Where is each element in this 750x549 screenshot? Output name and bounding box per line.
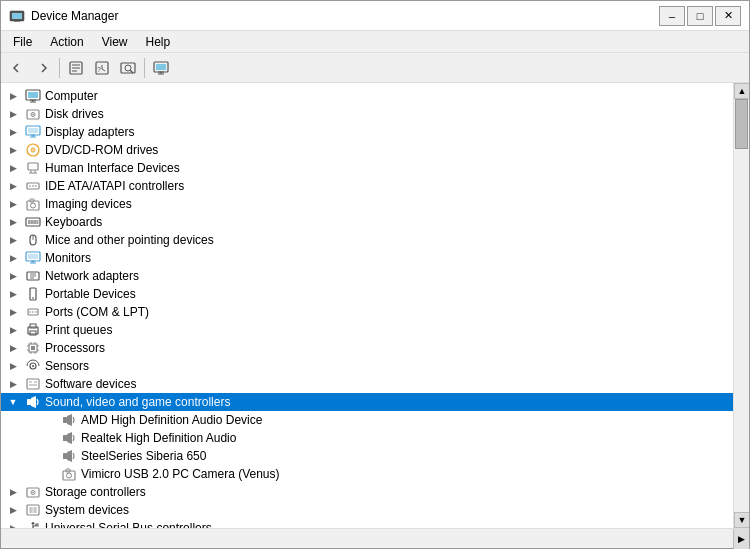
tree-item-ports[interactable]: ▶ Ports (COM & LPT)	[1, 303, 733, 321]
scrollbar-track[interactable]	[734, 99, 749, 512]
software-icon	[25, 376, 41, 392]
expand-software[interactable]: ▶	[5, 376, 21, 392]
sensors-label: Sensors	[45, 359, 89, 373]
keyboard-icon	[25, 214, 41, 230]
forward-icon	[36, 61, 50, 75]
minimize-button[interactable]: –	[659, 6, 685, 26]
tree-item-print[interactable]: ▶ Print queues	[1, 321, 733, 339]
tree-item-computer[interactable]: ▶ Computer	[1, 87, 733, 105]
svg-rect-90	[63, 453, 67, 459]
expand-monitors[interactable]: ▶	[5, 250, 21, 266]
expand-ports[interactable]: ▶	[5, 304, 21, 320]
disk-icon	[25, 106, 41, 122]
tree-item-vimicro[interactable]: ▶ Vimicro USB 2.0 PC Camera (Venus)	[1, 465, 733, 483]
window-title: Device Manager	[31, 9, 118, 23]
expand-system[interactable]: ▶	[5, 502, 21, 518]
expand-mice[interactable]: ▶	[5, 232, 21, 248]
mice-label: Mice and other pointing devices	[45, 233, 214, 247]
tree-item-software[interactable]: ▶ Software devices	[1, 375, 733, 393]
maximize-button[interactable]: □	[687, 6, 713, 26]
menu-help[interactable]: Help	[138, 33, 179, 50]
tree-item-imaging[interactable]: ▶ Imaging devices	[1, 195, 733, 213]
tree-item-network[interactable]: ▶ Network adapters	[1, 267, 733, 285]
menu-file[interactable]: File	[5, 33, 40, 50]
tree-item-sound[interactable]: ▼ Sound, video and game controllers	[1, 393, 733, 411]
svg-rect-54	[28, 254, 38, 259]
processor-icon	[25, 340, 41, 356]
expand-ide[interactable]: ▶	[5, 178, 21, 194]
forward-button[interactable]	[31, 56, 55, 80]
scroll-down-button[interactable]: ▼	[734, 512, 749, 528]
vertical-scrollbar[interactable]: ▲ ▼	[733, 83, 749, 528]
monitors-label: Monitors	[45, 251, 91, 265]
scrollbar-thumb[interactable]	[735, 99, 748, 149]
tree-item-realtek[interactable]: ▶ Realtek High Definition Audio	[1, 429, 733, 447]
update-driver-button[interactable]: ?	[90, 56, 114, 80]
svg-rect-18	[28, 92, 38, 98]
expand-dvd[interactable]: ▶	[5, 142, 21, 158]
scan-button[interactable]	[116, 56, 140, 80]
content-area: ▶ Computer ▶ Disk drives ▶ Di	[1, 83, 749, 528]
tree-item-disk-drives[interactable]: ▶ Disk drives	[1, 105, 733, 123]
scroll-right-button[interactable]: ▶	[733, 529, 749, 549]
expand-computer[interactable]: ▶	[5, 88, 21, 104]
tree-item-processors[interactable]: ▶ Processors	[1, 339, 733, 357]
display-icon	[25, 124, 41, 140]
expand-network[interactable]: ▶	[5, 268, 21, 284]
expand-processors[interactable]: ▶	[5, 340, 21, 356]
app-icon	[9, 8, 25, 24]
svg-rect-72	[31, 346, 35, 350]
tree-item-sensors[interactable]: ▶ Sensors	[1, 357, 733, 375]
tree-item-system[interactable]: ▶ System devices	[1, 501, 733, 519]
scroll-up-button[interactable]: ▲	[734, 83, 749, 99]
back-button[interactable]	[5, 56, 29, 80]
expand-imaging[interactable]: ▶	[5, 196, 21, 212]
expand-print[interactable]: ▶	[5, 322, 21, 338]
svg-point-92	[67, 473, 72, 478]
menu-view[interactable]: View	[94, 33, 136, 50]
expand-display[interactable]: ▶	[5, 124, 21, 140]
tree-item-steelseries[interactable]: ▶ SteelSeries Siberia 650	[1, 447, 733, 465]
expand-keyboards[interactable]: ▶	[5, 214, 21, 230]
expand-portable[interactable]: ▶	[5, 286, 21, 302]
vimicro-icon	[61, 466, 77, 482]
expand-sound[interactable]: ▼	[5, 394, 21, 410]
close-button[interactable]: ✕	[715, 6, 741, 26]
steelseries-icon	[61, 448, 77, 464]
monitor-button[interactable]	[149, 56, 173, 80]
dvd-label: DVD/CD-ROM drives	[45, 143, 158, 157]
expand-usb[interactable]: ▶	[5, 520, 21, 528]
menu-action[interactable]: Action	[42, 33, 91, 50]
device-tree[interactable]: ▶ Computer ▶ Disk drives ▶ Di	[1, 83, 733, 528]
tree-item-hid[interactable]: ▶ Human Interface Devices	[1, 159, 733, 177]
tree-item-amd-audio[interactable]: ▶ AMD High Definition Audio Device	[1, 411, 733, 429]
svg-point-67	[35, 311, 37, 313]
expand-disk[interactable]: ▶	[5, 106, 21, 122]
tree-item-keyboards[interactable]: ▶ Keyboards	[1, 213, 733, 231]
expand-sensors[interactable]: ▶	[5, 358, 21, 374]
expand-hid[interactable]: ▶	[5, 160, 21, 176]
tree-item-display[interactable]: ▶ Display adapters	[1, 123, 733, 141]
tree-item-ide[interactable]: ▶ IDE ATA/ATAPI controllers	[1, 177, 733, 195]
device-manager-window: Device Manager – □ ✕ File Action View He…	[0, 0, 750, 549]
tree-item-mice[interactable]: ▶ Mice and other pointing devices	[1, 231, 733, 249]
realtek-label: Realtek High Definition Audio	[81, 431, 236, 445]
tree-item-portable[interactable]: ▶ Portable Devices	[1, 285, 733, 303]
monitor-tree-icon	[25, 250, 41, 266]
toolbar-separator-1	[59, 58, 60, 78]
properties-button[interactable]	[64, 56, 88, 80]
tree-item-storage[interactable]: ▶ Storage controllers	[1, 483, 733, 501]
tree-item-monitors[interactable]: ▶ Monitors	[1, 249, 733, 267]
tree-item-usb[interactable]: ▶ Universal Serial Bus controllers	[1, 519, 733, 528]
tree-item-dvd[interactable]: ▶ DVD/CD-ROM drives	[1, 141, 733, 159]
title-bar-left: Device Manager	[9, 8, 118, 24]
expand-storage[interactable]: ▶	[5, 484, 21, 500]
svg-rect-87	[27, 399, 31, 405]
toolbar-separator-2	[144, 58, 145, 78]
usb-icon	[25, 520, 41, 528]
system-label: System devices	[45, 503, 129, 517]
svg-rect-13	[156, 64, 166, 70]
hid-icon	[25, 160, 41, 176]
no-expand-amd: ▶	[41, 412, 57, 428]
svg-rect-103	[36, 524, 38, 526]
